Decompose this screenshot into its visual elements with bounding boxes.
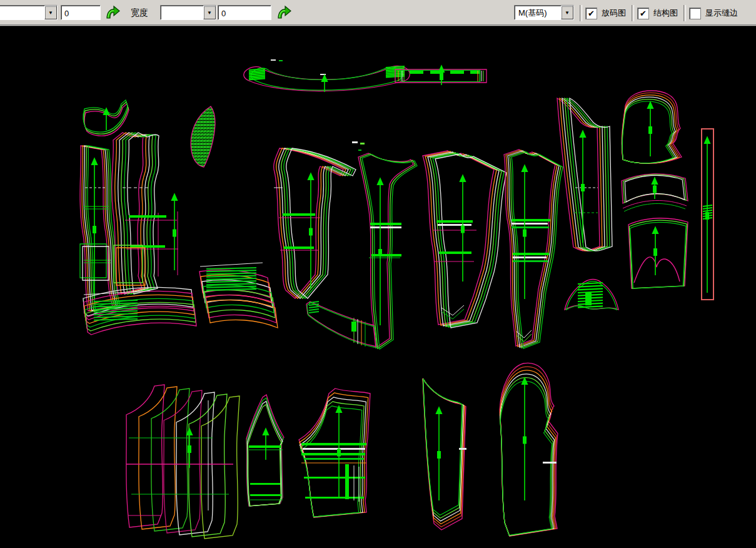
collar-stand[interactable] [622, 174, 688, 211]
width-label: 宽度 [131, 8, 148, 19]
sleeve-cap-piece[interactable] [622, 91, 682, 163]
size-select[interactable]: M(基码) ▼ [514, 5, 574, 20]
size-select-value: M(基码) [515, 6, 561, 19]
grading-view-checkbox-label: 放码图 [602, 8, 626, 19]
front-side-panel-1[interactable] [274, 148, 356, 298]
apply-length-button[interactable] [104, 4, 121, 22]
back-panel-2[interactable] [504, 150, 563, 348]
chevron-down-icon[interactable]: ▼ [561, 6, 573, 19]
green-redo-arrow-icon [104, 4, 121, 21]
layer-toggle-group: ✔放码图✔结构图显示缝边 [577, 0, 740, 26]
pocket-yoke-piece[interactable] [628, 218, 688, 288]
pattern-canvas[interactable] [0, 26, 756, 548]
stray-marks[interactable] [271, 59, 365, 151]
apply-width-button[interactable] [275, 4, 293, 22]
graded-front-nest[interactable] [126, 385, 239, 539]
seam-display-checkbox[interactable] [689, 8, 701, 19]
under-sleeve[interactable] [423, 378, 466, 530]
waistband-strip[interactable] [395, 68, 486, 85]
top-toolbar: ▼ 宽度 ▼ M(基码) ▼ ✔放码图✔结构图显示缝边 [0, 0, 756, 26]
length-input[interactable] [61, 5, 101, 20]
hem-strips-right[interactable] [199, 263, 278, 328]
width-input[interactable] [218, 5, 271, 20]
structure-view-checkbox-label: 结构图 [653, 8, 678, 19]
toolbar-separator [580, 5, 582, 21]
seam-display-checkbox-label: 显示缝边 [705, 8, 738, 19]
hem-strips-left[interactable] [83, 287, 196, 335]
green-redo-arrow-icon [276, 4, 292, 21]
grading-view-checkbox[interactable]: ✔ [585, 8, 597, 19]
belt-strip[interactable] [702, 129, 713, 300]
chevron-down-icon[interactable]: ▼ [203, 6, 216, 19]
crown-collar-piece[interactable] [565, 280, 618, 310]
scoop-front-piece[interactable] [299, 388, 370, 517]
neck-facing[interactable] [83, 100, 129, 136]
toolbar-separator [632, 5, 634, 21]
upper-sleeve[interactable] [500, 363, 558, 536]
tall-narrow-panel[interactable] [80, 146, 120, 311]
crescent-piece[interactable] [191, 106, 215, 167]
fin-front-piece[interactable] [246, 395, 284, 506]
length-select-value [0, 6, 44, 19]
width-select-value [161, 6, 203, 19]
side-seam-panel[interactable] [557, 98, 612, 251]
front-side-panel-2[interactable] [358, 153, 417, 349]
structure-view-checkbox[interactable]: ✔ [637, 8, 649, 19]
pattern-canvas-area[interactable] [0, 26, 756, 548]
chevron-down-icon[interactable]: ▼ [44, 6, 57, 19]
collar-band[interactable] [244, 66, 410, 92]
toolbar-separator [683, 5, 686, 21]
cuff-strip[interactable] [306, 302, 377, 348]
length-select[interactable]: ▼ [0, 5, 58, 20]
width-select[interactable]: ▼ [160, 5, 216, 20]
back-panel-1[interactable] [423, 151, 507, 328]
